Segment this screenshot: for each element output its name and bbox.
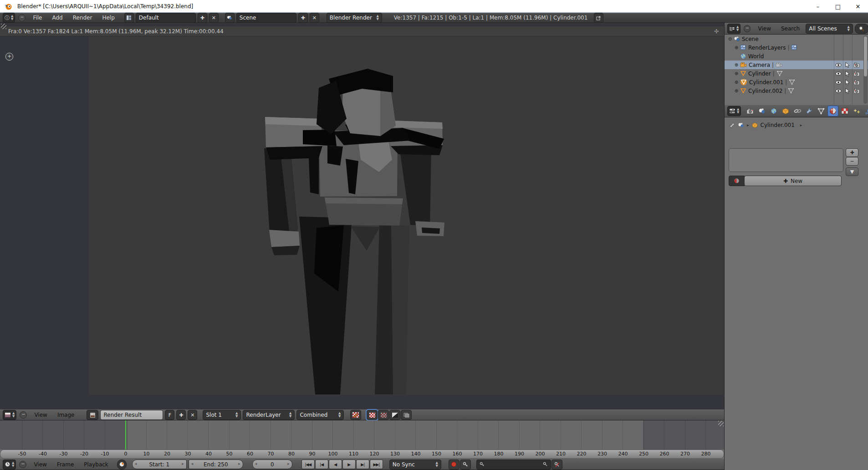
camera-restrict-icon[interactable] bbox=[853, 78, 861, 86]
outliner-item-label[interactable]: Scene bbox=[742, 36, 759, 42]
outliner-item-label[interactable]: Cylinder.002 bbox=[748, 88, 782, 94]
prev-keyframe-button[interactable]: |◀ bbox=[315, 460, 328, 469]
minimize-button[interactable]: – bbox=[808, 0, 828, 13]
eye-icon[interactable] bbox=[834, 86, 842, 95]
pin-icon[interactable] bbox=[729, 122, 735, 128]
menu-frame[interactable]: Frame bbox=[53, 460, 78, 469]
menu-search[interactable]: Search bbox=[777, 25, 804, 33]
cursor-icon[interactable] bbox=[843, 86, 852, 95]
image-name-field[interactable]: Render Result bbox=[100, 410, 163, 420]
outliner-scrollbar[interactable] bbox=[863, 35, 868, 104]
play-button[interactable]: ▶ bbox=[342, 460, 356, 469]
frame-start-field[interactable]: ◂Start: 1▸ bbox=[132, 460, 187, 469]
timeline-playhead[interactable] bbox=[125, 420, 126, 450]
screen-layout-icon[interactable] bbox=[124, 13, 134, 23]
delete-keyframe-icon[interactable] bbox=[551, 460, 562, 470]
camera-restrict-icon[interactable] bbox=[853, 69, 861, 78]
expander-icon[interactable]: ⊕ bbox=[734, 80, 739, 85]
remove-material-slot-button[interactable]: − bbox=[846, 157, 858, 166]
editor-type-image-button[interactable]: ▲▼ bbox=[3, 410, 16, 420]
use-preview-range-icon[interactable] bbox=[117, 460, 127, 470]
close-button[interactable]: ✕ bbox=[848, 0, 868, 13]
browse-material-button[interactable] bbox=[729, 176, 745, 186]
expander-icon[interactable]: ⊕ bbox=[734, 45, 739, 50]
tab-physics[interactable] bbox=[863, 106, 868, 116]
menu-view[interactable]: View bbox=[754, 25, 775, 33]
fake-user-button[interactable]: F bbox=[165, 410, 174, 420]
keying-set-field[interactable] bbox=[476, 460, 551, 470]
editor-type-outliner-button[interactable]: ▲▼ bbox=[727, 24, 740, 34]
add-material-slot-button[interactable]: ✚ bbox=[846, 148, 858, 157]
expander-icon[interactable]: ⊖ bbox=[727, 36, 733, 41]
outliner-row-cylinder.002[interactable]: ⊕Cylinder.002| bbox=[725, 86, 868, 95]
header-expand-icon[interactable]: ✣ bbox=[714, 28, 719, 35]
image-paint-icon[interactable] bbox=[350, 410, 361, 420]
play-reverse-button[interactable]: ◀ bbox=[329, 460, 342, 469]
cursor-icon[interactable] bbox=[843, 61, 852, 69]
object-cube-icon[interactable] bbox=[752, 122, 758, 128]
camera-restrict-icon[interactable] bbox=[853, 61, 861, 69]
sync-mode-select[interactable]: No Sync▲▼ bbox=[389, 460, 441, 470]
timeline-ruler[interactable]: -50-40-30-20-100102030405060708090100110… bbox=[0, 450, 724, 459]
delete-scene-button[interactable]: ✕ bbox=[310, 13, 319, 23]
tab-texture[interactable] bbox=[839, 106, 850, 116]
tab-scene[interactable] bbox=[756, 106, 767, 116]
eye-icon[interactable] bbox=[834, 78, 842, 86]
outliner-item-label[interactable]: Cylinder bbox=[748, 71, 771, 77]
channels-zdepth-icon[interactable] bbox=[401, 410, 412, 420]
editor-type-info-button[interactable]: ⓘ ▲▼ bbox=[3, 13, 15, 23]
tab-object[interactable] bbox=[780, 106, 791, 116]
menu-view[interactable]: View bbox=[30, 460, 51, 469]
menu-playback[interactable]: Playback bbox=[80, 460, 112, 469]
tab-material[interactable] bbox=[827, 106, 838, 116]
scene-field[interactable]: Scene bbox=[236, 13, 296, 23]
outliner-item-label[interactable]: World bbox=[748, 53, 764, 60]
channels-rgb-icon[interactable] bbox=[378, 410, 389, 420]
outliner-item-label[interactable]: RenderLayers bbox=[748, 45, 786, 51]
cursor-icon[interactable] bbox=[843, 78, 852, 86]
render-pass-select[interactable]: Combined▲▼ bbox=[296, 410, 344, 420]
tab-render[interactable] bbox=[745, 106, 756, 116]
unlink-image-button[interactable]: ✕ bbox=[188, 410, 197, 420]
new-material-button[interactable]: ✚ New bbox=[744, 176, 842, 186]
outliner-item-label[interactable]: Cylinder.001 bbox=[749, 79, 783, 86]
tab-constraints[interactable] bbox=[792, 106, 803, 116]
outliner-item-label[interactable]: Camera bbox=[749, 62, 770, 68]
collapse-menus-button[interactable]: − bbox=[19, 461, 26, 468]
timeline-track[interactable] bbox=[0, 420, 724, 450]
scenes-filter-select[interactable]: All Scenes▲▼ bbox=[806, 24, 853, 34]
breadcrumb-object-name[interactable]: Cylinder.001 bbox=[761, 122, 795, 128]
menu-view[interactable]: View bbox=[30, 411, 51, 419]
area-corner-grip[interactable] bbox=[718, 421, 724, 426]
toolshelf-expand-icon[interactable]: + bbox=[5, 53, 13, 61]
keying-icon[interactable] bbox=[460, 460, 471, 470]
delete-layout-button[interactable]: ✕ bbox=[209, 13, 219, 23]
frame-end-field[interactable]: ◂End: 250▸ bbox=[189, 460, 243, 469]
expander-icon[interactable]: ⊕ bbox=[734, 88, 739, 93]
eye-icon[interactable] bbox=[834, 61, 842, 69]
outliner-row-renderlayers[interactable]: ⊕RenderLayers| bbox=[725, 43, 868, 52]
render-layer-select[interactable]: RenderLayer▲▼ bbox=[243, 410, 295, 420]
material-specials-menu-button[interactable]: ▼ bbox=[846, 167, 858, 176]
search-icon[interactable] bbox=[855, 24, 868, 34]
scene-icon[interactable] bbox=[738, 122, 744, 128]
jump-to-end-button[interactable]: ▶▶| bbox=[370, 460, 383, 469]
menu-render[interactable]: Render bbox=[69, 14, 97, 22]
tab-modifiers[interactable] bbox=[804, 106, 815, 116]
menu-file[interactable]: File bbox=[29, 14, 46, 22]
menu-image[interactable]: Image bbox=[53, 411, 79, 419]
expander-icon[interactable]: ⊕ bbox=[734, 71, 739, 76]
outliner-row-world[interactable]: World bbox=[725, 52, 868, 61]
window-duplicate-icon[interactable] bbox=[594, 13, 603, 23]
scene-icon[interactable] bbox=[225, 13, 235, 23]
camera-restrict-icon[interactable] bbox=[853, 86, 861, 95]
eye-icon[interactable] bbox=[834, 69, 842, 78]
material-slot-list[interactable] bbox=[729, 148, 843, 172]
slot-select[interactable]: Slot 1▲▼ bbox=[203, 410, 241, 420]
maximize-button[interactable]: □ bbox=[828, 0, 848, 13]
expander-icon[interactable]: ⊕ bbox=[734, 62, 739, 67]
breadcrumb-arrow-icon[interactable]: ▸ bbox=[800, 123, 802, 127]
add-layout-button[interactable]: ✚ bbox=[198, 13, 207, 23]
current-frame-field[interactable]: ◂0▸ bbox=[252, 460, 292, 469]
collapse-menus-button[interactable]: − bbox=[18, 14, 26, 21]
